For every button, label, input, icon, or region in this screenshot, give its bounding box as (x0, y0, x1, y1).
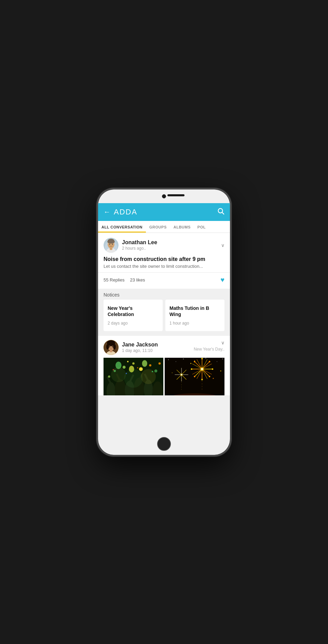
conv-stats: 55 Replies 23 likes (104, 277, 145, 282)
screen: ← ADDA ALL CONVERSATION GROUPS ALBUMS PO… (98, 203, 230, 435)
conversation-title: Noise from construction site after 9 pm (104, 256, 224, 262)
likes-count: 23 likes (130, 277, 145, 282)
notice-title-1: New Year's Celebration (108, 305, 159, 317)
svg-point-59 (222, 358, 223, 359)
phone-frame: ← ADDA ALL CONVERSATION GROUPS ALBUMS PO… (97, 189, 231, 456)
notices-section: Notices New Year's Celebration 2 days ag… (98, 289, 230, 333)
svg-point-36 (139, 367, 143, 371)
conv-user-info: Jonathan Lee 2 hours ago.. (104, 238, 157, 253)
user-info-jonathan: Jonathan Lee 2 hours ago.. (122, 239, 157, 251)
jane-header: Jane Jackson 1 day ago, 11:10 ∨ New Year… (104, 340, 224, 355)
svg-point-99 (190, 363, 191, 364)
jane-name: Jane Jackson (122, 342, 158, 348)
fireworks-image[interactable] (165, 358, 224, 395)
svg-point-79 (209, 376, 210, 377)
notices-label: Notices (104, 292, 224, 298)
svg-point-41 (159, 362, 161, 365)
svg-point-45 (124, 369, 143, 388)
replies-count: 55 Replies (104, 277, 124, 282)
svg-point-39 (108, 376, 110, 378)
svg-point-100 (213, 378, 214, 379)
svg-point-82 (191, 368, 192, 370)
home-button[interactable] (157, 437, 171, 451)
user-info-jane: Jane Jackson 1 day ago, 11:10 (122, 342, 158, 353)
svg-point-9 (109, 244, 110, 245)
app-title: ADDA (114, 208, 137, 216)
svg-point-76 (201, 358, 203, 359)
side-button-mute (97, 231, 98, 242)
svg-point-37 (149, 364, 151, 367)
tab-pol[interactable]: POL (194, 221, 209, 233)
notice-card-maths[interactable]: Maths Tution in B Wing 1 hour ago (165, 300, 224, 331)
avatar-jane (104, 340, 119, 355)
svg-point-34 (123, 366, 126, 369)
jane-tag: New Year's Day.. (194, 347, 224, 352)
side-button-vol-down (97, 272, 98, 290)
conversation-card-jonathan: Jonathan Lee 2 hours ago.. ∨ Noise from … (98, 233, 230, 289)
heart-icon[interactable]: ♥ (220, 276, 224, 284)
notice-time-2: 1 hour ago (169, 321, 220, 326)
conv-header: Jonathan Lee 2 hours ago.. ∨ (104, 238, 224, 253)
svg-point-101 (172, 372, 173, 373)
svg-point-35 (132, 362, 135, 365)
svg-point-20 (112, 346, 113, 347)
svg-point-47 (141, 369, 156, 384)
speaker (167, 194, 184, 196)
svg-point-83 (194, 361, 195, 362)
svg-point-40 (127, 361, 128, 362)
svg-point-43 (142, 360, 147, 367)
camera (162, 194, 166, 198)
svg-line-1 (222, 212, 224, 214)
svg-point-17 (106, 344, 109, 350)
tab-groups[interactable]: GROUPS (146, 221, 170, 233)
jane-images (104, 358, 224, 395)
jonathan-name: Jonathan Lee (122, 239, 157, 246)
notices-grid: New Year's Celebration 2 days ago Maths … (104, 300, 224, 331)
side-button-power (230, 244, 231, 268)
phone-inner: ← ADDA ALL CONVERSATION GROUPS ALBUMS PO… (98, 189, 230, 455)
svg-point-57 (205, 358, 206, 358)
notice-title-2: Maths Tution in B Wing (169, 305, 220, 317)
search-icon[interactable] (217, 207, 224, 217)
header-left: ← ADDA (104, 208, 137, 216)
svg-point-8 (107, 240, 115, 244)
svg-point-78 (212, 368, 213, 370)
jane-chevron-icon[interactable]: ∨ (221, 340, 224, 345)
app-header: ← ADDA (98, 203, 230, 221)
content-scroll[interactable]: Jonathan Lee 2 hours ago.. ∨ Noise from … (98, 233, 230, 435)
side-button-vol-up (97, 248, 98, 266)
svg-point-77 (209, 361, 210, 362)
notice-card-new-year[interactable]: New Year's Celebration 2 days ago (104, 300, 163, 331)
jonathan-time: 2 hours ago.. (122, 246, 157, 251)
svg-point-19 (109, 346, 110, 347)
svg-point-10 (112, 244, 113, 245)
chevron-down-icon[interactable]: ∨ (221, 242, 224, 248)
avatar-jonathan (104, 238, 119, 253)
svg-point-81 (194, 376, 195, 377)
party-image[interactable] (104, 358, 163, 395)
notice-time-1: 2 days ago (108, 321, 159, 326)
conversation-card-jane: Jane Jackson 1 day ago, 11:10 ∨ New Year… (98, 336, 230, 395)
svg-point-58 (217, 361, 217, 362)
svg-point-55 (183, 358, 184, 359)
jane-right: ∨ New Year's Day.. (194, 340, 224, 352)
tab-all-conversation[interactable]: ALL CONVERSATION (98, 221, 146, 233)
conversation-preview: Let us contact the site owner to limit c… (104, 264, 224, 269)
svg-point-102 (220, 370, 221, 371)
svg-point-54 (176, 361, 176, 362)
svg-point-38 (154, 369, 158, 372)
jane-user-info: Jane Jackson 1 day ago, 11:10 (104, 340, 158, 355)
jane-time: 1 day ago, 11:10 (122, 348, 158, 353)
svg-point-18 (113, 344, 116, 350)
tab-albums[interactable]: ALBUMS (170, 221, 194, 233)
conv-footer: 55 Replies 23 likes ♥ (104, 273, 224, 284)
back-button[interactable]: ← (104, 208, 110, 216)
svg-point-56 (194, 360, 195, 361)
tab-bar: ALL CONVERSATION GROUPS ALBUMS POL (98, 221, 230, 233)
svg-point-53 (168, 359, 169, 360)
